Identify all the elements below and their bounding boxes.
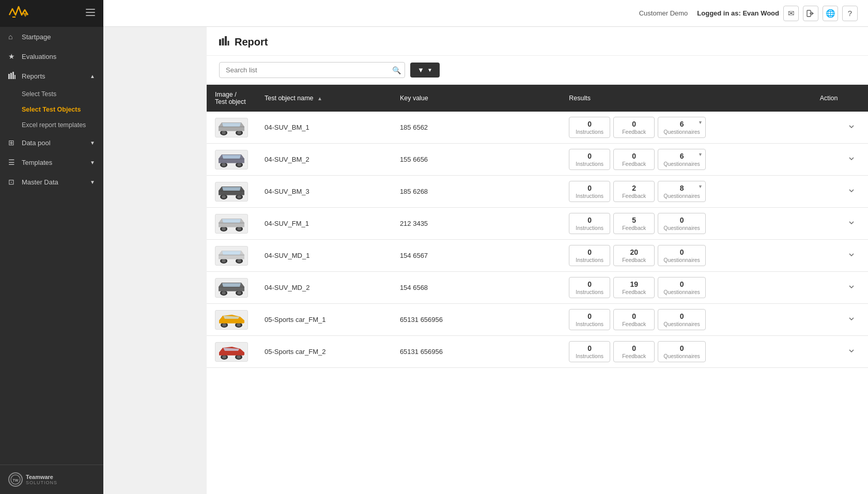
svg-text:TW: TW [13, 478, 19, 482]
result-badge-questionnaires[interactable]: 0Questionnaires [658, 341, 706, 362]
table-row: 04-SUV_MD_1154 65670Instructions20Feedba… [207, 240, 868, 272]
car-image-cell [207, 144, 256, 176]
customer-label: Customer Demo [639, 9, 688, 17]
svg-point-58 [222, 356, 226, 359]
action-cell [812, 272, 868, 304]
sidebar-item-excel-report[interactable]: Excel report templates [0, 117, 103, 133]
result-badge-questionnaires[interactable]: 0Questionnaires [658, 309, 706, 330]
action-cell [812, 208, 868, 240]
car-thumbnail [215, 118, 248, 137]
reports-subnav: Select Tests Select Test Objects Excel r… [0, 86, 103, 133]
filter-button[interactable]: ▼ ▼ [410, 63, 440, 78]
search-button[interactable]: 🔍 [392, 66, 401, 74]
car-image-cell [207, 240, 256, 272]
sidebar-item-select-test-objects[interactable]: Select Test Objects [0, 102, 103, 117]
expand-row-button[interactable] [843, 313, 860, 327]
sort-icon: ▲ [317, 96, 322, 101]
result-badge-feedback[interactable]: 2Feedback [613, 181, 655, 202]
col-name[interactable]: Test object name ▲ [256, 85, 392, 112]
svg-rect-2 [86, 12, 95, 13]
expand-row-button[interactable] [843, 120, 860, 135]
templates-icon: ☰ [8, 158, 17, 166]
car-name-cell: 05-Sports car_FM_1 [256, 304, 392, 336]
sidebar-item-evaluations[interactable]: ★ Evaluations [0, 47, 103, 66]
expand-row-button[interactable] [843, 281, 860, 295]
svg-point-29 [222, 195, 226, 198]
collapse-sidebar-icon[interactable] [86, 9, 95, 18]
svg-rect-33 [219, 191, 244, 191]
svg-point-43 [237, 259, 241, 263]
svg-rect-56 [219, 322, 244, 323]
table-body: 04-SUV_BM_1185 65620Instructions0Feedbac… [207, 112, 868, 368]
table-row: 04-SUV_BM_1185 65620Instructions0Feedbac… [207, 112, 868, 144]
result-badge-questionnaires[interactable]: 6Questionnaires▼ [658, 117, 706, 138]
help-icon[interactable]: ? [842, 6, 858, 21]
result-badge-questionnaires[interactable]: 0Questionnaires [658, 277, 706, 298]
expand-row-button[interactable] [843, 152, 860, 167]
sidebar: ⌂ Startpage ★ Evaluations Reports ▲ Sele… [0, 0, 103, 494]
result-badge-instructions[interactable]: 0Instructions [569, 309, 610, 330]
action-cell [812, 304, 868, 336]
result-badge-instructions[interactable]: 0Instructions [569, 181, 610, 202]
key-value-cell: 212 3435 [392, 208, 561, 240]
search-input[interactable] [219, 62, 405, 78]
result-badge-questionnaires[interactable]: 6Questionnaires▼ [658, 149, 706, 170]
filter-icon: ▼ [417, 66, 424, 74]
svg-point-55 [237, 323, 241, 327]
svg-rect-61 [219, 354, 244, 356]
result-badge-questionnaires[interactable]: 0Questionnaires [658, 213, 706, 234]
svg-point-53 [222, 323, 226, 327]
globe-icon[interactable]: 🌐 [823, 6, 838, 21]
sidebar-item-data-pool[interactable]: ⊞ Data pool ▼ [0, 133, 103, 152]
toolbar: 🔍 ▼ ▼ [207, 56, 868, 85]
svg-rect-6 [12, 72, 14, 79]
svg-point-35 [222, 227, 226, 230]
result-badge-feedback[interactable]: 20Feedback [613, 245, 655, 266]
car-image-cell [207, 304, 256, 336]
sidebar-item-label: Master Data [22, 178, 58, 186]
result-badge-feedback[interactable]: 0Feedback [613, 341, 655, 362]
table-row: 04-SUV_MD_2154 65680Instructions19Feedba… [207, 272, 868, 304]
result-badge-instructions[interactable]: 0Instructions [569, 277, 610, 298]
result-badge-feedback[interactable]: 5Feedback [613, 213, 655, 234]
tw-logo-circle: TW [8, 472, 23, 487]
sidebar-item-master-data[interactable]: ⊡ Master Data ▼ [0, 172, 103, 192]
sidebar-item-startpage[interactable]: ⌂ Startpage [0, 27, 103, 47]
svg-rect-44 [219, 258, 244, 259]
result-badge-feedback[interactable]: 0Feedback [613, 117, 655, 138]
sidebar-item-templates[interactable]: ☰ Templates ▼ [0, 152, 103, 172]
action-cell [812, 176, 868, 208]
sidebar-footer: TW Teamware SOLUTIONS [0, 465, 103, 494]
result-badge-feedback[interactable]: 0Feedback [613, 309, 655, 330]
svg-rect-21 [219, 127, 244, 127]
car-name-cell: 04-SUV_MD_1 [256, 240, 392, 272]
key-value-cell: 65131 656956 [392, 336, 561, 368]
expand-row-button[interactable] [843, 217, 860, 231]
svg-point-17 [222, 131, 226, 134]
sidebar-item-reports[interactable]: Reports ▲ [0, 66, 103, 86]
teamware-brand-text: Teamware SOLUTIONS [26, 474, 57, 485]
result-badge-instructions[interactable]: 0Instructions [569, 149, 610, 170]
result-badge-feedback[interactable]: 0Feedback [613, 149, 655, 170]
logout-icon[interactable] [803, 6, 818, 21]
expand-row-button[interactable] [843, 249, 860, 263]
data-pool-icon: ⊞ [8, 138, 17, 147]
car-image-cell [207, 336, 256, 368]
sidebar-header [0, 0, 103, 27]
car-name-cell: 04-SUV_FM_1 [256, 208, 392, 240]
result-badge-instructions[interactable]: 0Instructions [569, 213, 610, 234]
result-badge-questionnaires[interactable]: 8Questionnaires▼ [658, 181, 706, 202]
result-badge-instructions[interactable]: 0Instructions [569, 341, 610, 362]
result-badge-questionnaires[interactable]: 0Questionnaires [658, 245, 706, 266]
result-badge-instructions[interactable]: 0Instructions [569, 245, 610, 266]
svg-point-25 [237, 163, 241, 166]
svg-rect-20 [219, 130, 244, 131]
result-badge-instructions[interactable]: 0Instructions [569, 117, 610, 138]
email-icon[interactable]: ✉ [783, 6, 799, 21]
result-badge-feedback[interactable]: 19Feedback [613, 277, 655, 298]
key-value-cell: 185 6562 [392, 112, 561, 144]
expand-row-button[interactable] [843, 184, 860, 199]
car-image-cell [207, 272, 256, 304]
expand-row-button[interactable] [843, 345, 860, 359]
sidebar-item-select-tests[interactable]: Select Tests [0, 86, 103, 102]
